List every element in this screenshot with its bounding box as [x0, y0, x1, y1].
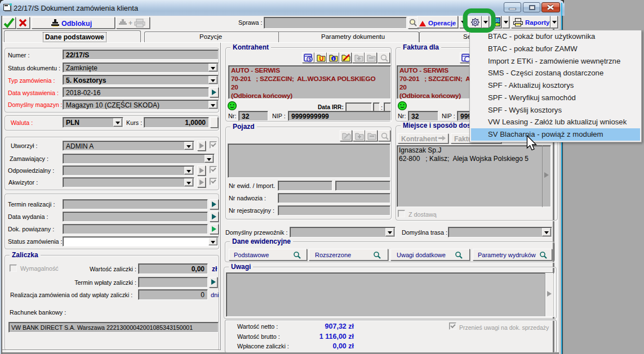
svg-text:$: $	[308, 56, 311, 62]
svg-text:U: U	[319, 55, 324, 62]
svg-text:i: i	[333, 56, 334, 61]
svg-text:+: +	[128, 19, 132, 27]
